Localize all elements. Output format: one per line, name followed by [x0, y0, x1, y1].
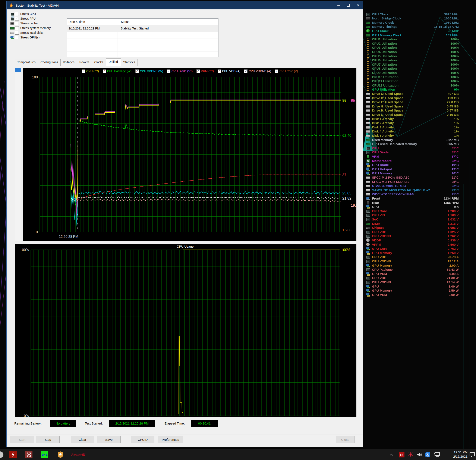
- sensor-row: Disk 1 Activity 1%: [363, 117, 476, 121]
- tab[interactable]: Clocks: [92, 59, 106, 66]
- tray-chevron-icon[interactable]: [387, 451, 395, 459]
- sensor-row: CPU5 Utilization 100%: [363, 54, 476, 58]
- legend-item[interactable]: ✓ CPU Diode (°C): [167, 69, 193, 73]
- stress-option[interactable]: Stress local disks: [10, 31, 51, 35]
- stress-checkbox[interactable]: [15, 22, 19, 25]
- legend-item[interactable]: ✓ VRM (°C): [196, 69, 214, 73]
- stress-checkbox[interactable]: [15, 17, 19, 20]
- legend-checkbox[interactable]: ✓: [103, 69, 106, 73]
- slider-thumb[interactable]: [15, 68, 21, 72]
- sensor-label: SPCC M.2 PCIe SSD A80: [372, 176, 409, 179]
- maximize-button[interactable]: [343, 1, 353, 9]
- legend-label: CPU Diode (°C): [171, 69, 193, 73]
- action-button[interactable]: Stop: [36, 436, 60, 443]
- sensor-row: CPU11 Utilization 100%: [363, 79, 476, 83]
- sensor-label: CPU VDDNB: [372, 234, 391, 238]
- ethernet-network-icon[interactable]: [433, 451, 441, 459]
- sensor-value: 1.025 V: [448, 230, 459, 234]
- tab[interactable]: Cooling Fans: [38, 59, 61, 66]
- legend-item[interactable]: ✓ CPU (°C): [82, 69, 99, 73]
- legend-item[interactable]: ✓ CPU Package (W): [103, 69, 132, 73]
- legend-item[interactable]: ✓ CPU VDDNB (W): [135, 69, 163, 73]
- aida64-taskbar-icon[interactable]: [9, 451, 17, 459]
- tab[interactable]: Statistics: [121, 59, 138, 66]
- bluetooth-icon[interactable]: [424, 451, 432, 459]
- minimize-button[interactable]: [333, 1, 343, 9]
- action-button[interactable]: Save: [97, 436, 121, 443]
- sensor-row: Drive E: Used Space 77.0 GB: [363, 100, 476, 104]
- sensor-value: 100%: [450, 71, 459, 75]
- ram-icon: [366, 21, 370, 24]
- taskbar-edge-icon[interactable]: [0, 451, 4, 459]
- security-shield-taskbar-icon[interactable]: [56, 451, 64, 459]
- action-button[interactable]: Preferences: [158, 436, 183, 443]
- sensor-row: GPU Memory 2.00 A: [363, 263, 476, 268]
- red-atom-tray-icon[interactable]: [407, 451, 415, 459]
- stress-option[interactable]: Stress cache: [10, 21, 51, 25]
- cpu-icon: [366, 213, 370, 217]
- sensor-label: CPU6 Utilization: [372, 58, 397, 62]
- legend-item[interactable]: ✓ CPU VDD (A): [218, 69, 240, 73]
- close-window-button[interactable]: ×: [353, 1, 363, 9]
- speaker-icon[interactable]: [416, 451, 424, 459]
- tab[interactable]: Unified: [106, 58, 121, 66]
- stress-checkbox[interactable]: [15, 31, 19, 35]
- tab[interactable]: Powers: [77, 59, 92, 66]
- prime95-taskbar-icon[interactable]: 2p-1: [41, 451, 49, 459]
- sensor-value: 100%: [450, 75, 459, 79]
- legend-checkbox[interactable]: ✓: [135, 69, 139, 73]
- legend-checkbox[interactable]: ✓: [275, 69, 278, 73]
- sensor-label: CPU12 Utilization: [372, 84, 399, 87]
- bolt-icon: [366, 238, 370, 242]
- screen-icon: [366, 197, 370, 200]
- title-bar[interactable]: System Stability Test - AIDA64 ×: [7, 1, 363, 9]
- hourglass-icon: [366, 87, 370, 91]
- sensor-row: GPU 9%: [363, 205, 476, 209]
- log-row[interactable]: 2/15/2021 12:20:29 PM Stability Test: St…: [67, 25, 218, 32]
- sensor-row: SPCC M.2 PCIe SSD A60 25°C: [363, 180, 476, 184]
- tab[interactable]: Voltages: [60, 59, 77, 66]
- sensor-row: CPU VDD 20.78 A: [363, 255, 476, 259]
- legend-checkbox[interactable]: ✓: [244, 69, 247, 73]
- log-col-datetime[interactable]: Date & Time: [67, 18, 119, 25]
- stress-option[interactable]: Stress CPU: [10, 12, 51, 16]
- sensor-value: 100%: [450, 37, 459, 41]
- sensor-row: CPU10 Utilization 100%: [363, 75, 476, 79]
- chart-zoom-slider[interactable]: [15, 68, 21, 241]
- sensor-row: Drive D: Used Space 123 GB: [363, 96, 476, 100]
- sensor-row: WDC WD10EZEX-08WN4A0 25°C: [363, 192, 476, 196]
- tab[interactable]: Temperatures: [15, 59, 38, 66]
- legend-checkbox[interactable]: ✓: [82, 69, 85, 73]
- bracket-app-taskbar-icon[interactable]: [25, 451, 33, 459]
- disk-icon: [366, 130, 370, 133]
- aida64-tray-icon[interactable]: 64: [398, 451, 406, 459]
- sensor-value: 100%: [450, 79, 459, 83]
- legend-checkbox[interactable]: ✓: [196, 69, 200, 73]
- stress-checkbox[interactable]: [15, 12, 19, 16]
- action-button[interactable]: Close: [336, 436, 355, 443]
- sensor-row: Used Memory 3327 MB: [363, 138, 476, 142]
- legend-checkbox[interactable]: ✓: [167, 69, 170, 73]
- action-button[interactable]: Clear: [71, 436, 94, 443]
- sensor-value: 100%: [450, 42, 459, 45]
- action-button[interactable]: CPUID: [131, 436, 154, 443]
- legend-item[interactable]: ✓ CPU VDDNB (A): [244, 69, 271, 73]
- stress-checkbox[interactable]: [15, 36, 19, 39]
- log-table-header: Date & Time Status: [67, 18, 218, 25]
- log-col-status[interactable]: Status: [119, 18, 218, 25]
- stress-option[interactable]: Stress FPU: [10, 17, 51, 20]
- sensor-value: 77.0 GB: [447, 100, 459, 104]
- action-center-icon[interactable]: [468, 451, 476, 459]
- legend-checkbox[interactable]: ✓: [218, 69, 221, 73]
- tray-clock[interactable]: 12:51 PM 2/15/2021: [453, 450, 468, 459]
- svg-text:100%: 100%: [20, 248, 29, 252]
- legend-label: CPU Package (W): [107, 69, 132, 73]
- stress-option[interactable]: Stress GPU(s): [10, 35, 51, 39]
- sensor-value: 20.78 A: [448, 255, 459, 259]
- sensor-value: 100%: [450, 67, 459, 70]
- legend-item[interactable]: ✓ CPU Core (V): [275, 69, 298, 73]
- stress-checkbox[interactable]: [15, 26, 19, 30]
- sensor-label: GPU Memory: [372, 289, 392, 292]
- action-button[interactable]: Start: [10, 436, 34, 443]
- stress-option[interactable]: Stress system memory: [10, 26, 51, 30]
